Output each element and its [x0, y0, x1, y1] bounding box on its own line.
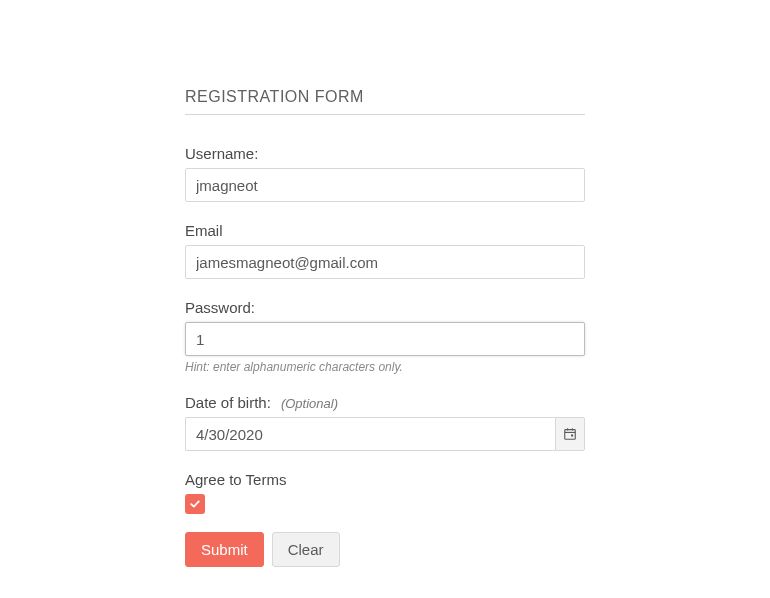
- dob-optional-text: (Optional): [281, 396, 338, 411]
- clear-button[interactable]: Clear: [272, 532, 340, 567]
- password-hint: Hint: enter alphanumeric characters only…: [185, 360, 585, 374]
- username-label: Username:: [185, 145, 585, 162]
- email-field-group: Email: [185, 222, 585, 279]
- submit-button[interactable]: Submit: [185, 532, 264, 567]
- username-field-group: Username:: [185, 145, 585, 202]
- password-field-group: Password: Hint: enter alphanumeric chara…: [185, 299, 585, 374]
- dob-label: Date of birth:: [185, 394, 271, 411]
- terms-field-group: Agree to Terms: [185, 471, 585, 514]
- svg-rect-0: [565, 430, 576, 440]
- button-row: Submit Clear: [185, 532, 585, 567]
- terms-label: Agree to Terms: [185, 471, 585, 488]
- registration-form-container: REGISTRATION FORM Username: Email Passwo…: [0, 0, 770, 567]
- email-input[interactable]: [185, 245, 585, 279]
- password-input[interactable]: [185, 322, 585, 356]
- dob-input[interactable]: [185, 417, 555, 451]
- calendar-icon: [563, 427, 577, 441]
- svg-rect-4: [571, 434, 573, 436]
- email-label: Email: [185, 222, 585, 239]
- username-input[interactable]: [185, 168, 585, 202]
- calendar-button[interactable]: [555, 417, 585, 451]
- form-title: REGISTRATION FORM: [185, 88, 585, 115]
- terms-checkbox[interactable]: [185, 494, 205, 514]
- check-icon: [189, 498, 201, 510]
- password-label: Password:: [185, 299, 585, 316]
- dob-field-group: Date of birth: (Optional): [185, 394, 585, 451]
